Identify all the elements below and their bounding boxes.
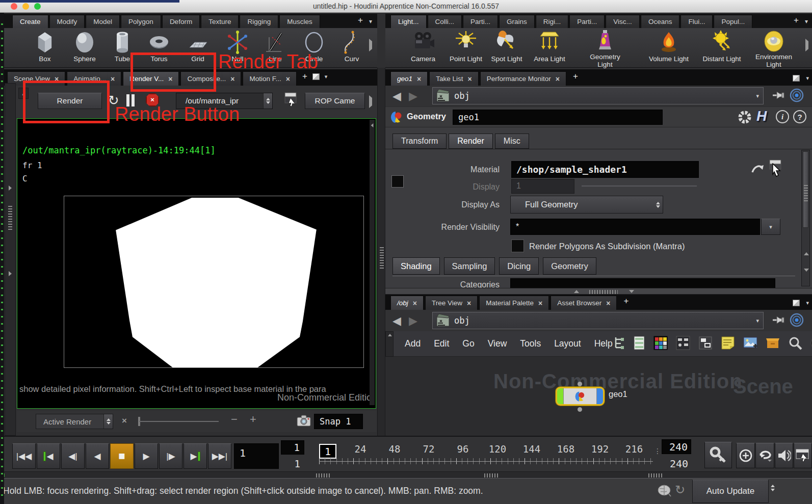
new-tab-icon[interactable]: +	[302, 71, 307, 82]
display-slider-track[interactable]	[582, 185, 697, 187]
tab-material-palette[interactable]: Material Palette×	[479, 296, 549, 310]
tab-compositing[interactable]: Composite...×	[180, 71, 241, 86]
play-reverse-button[interactable]: ◀	[86, 443, 109, 469]
shelf-tab-lights[interactable]: Light...	[390, 15, 427, 28]
global-animation-options-button[interactable]	[736, 443, 755, 468]
display-field[interactable]: 1	[511, 179, 574, 194]
subtab-dicing[interactable]: Dicing	[499, 257, 539, 275]
close-icon[interactable]: ×	[286, 75, 290, 83]
node-render-flag[interactable]	[596, 388, 603, 404]
divider-grip[interactable]	[380, 247, 384, 270]
pin-icon[interactable]	[772, 89, 785, 103]
range-start-top-field[interactable]: 1	[281, 440, 304, 455]
material-field[interactable]: /shop/sample_shader1	[511, 161, 699, 178]
back-icon[interactable]: ◀	[392, 314, 401, 328]
tool-volume-light[interactable]: Volume Light	[644, 30, 693, 63]
audio-button[interactable]	[775, 443, 793, 468]
toolbar-overflow-icon[interactable]	[369, 98, 372, 105]
tab-obj-network[interactable]: /obj×	[390, 296, 424, 310]
delete-render-icon[interactable]: ×	[122, 416, 127, 426]
close-icon[interactable]: ×	[413, 299, 417, 307]
node-input-dot[interactable]	[578, 382, 582, 386]
shelf-tab-particlefluids[interactable]: Parti...	[569, 15, 605, 28]
tool-null[interactable]: Null	[216, 30, 259, 63]
shelf-overflow-icon[interactable]	[369, 41, 372, 49]
close-icon[interactable]: ×	[168, 75, 172, 83]
tool-area-light[interactable]: Area Light	[528, 30, 571, 63]
shelf-tab-texture[interactable]: Texture	[201, 15, 239, 28]
hscroll-grip[interactable]	[484, 473, 500, 478]
current-frame-field[interactable]: 1	[234, 443, 279, 469]
gear-icon[interactable]	[737, 110, 752, 126]
shelf-tab-create[interactable]: Create	[12, 15, 48, 28]
background-image-icon[interactable]	[743, 336, 757, 352]
color-palette-icon[interactable]	[653, 336, 668, 352]
display-as-dropdown[interactable]: Full Geometry	[510, 196, 663, 214]
viewport-scrollbar[interactable]	[370, 120, 375, 405]
params-scrollbar[interactable]	[801, 150, 810, 286]
param-tab-misc[interactable]: Misc	[495, 134, 529, 149]
close-icon[interactable]: ×	[606, 299, 610, 307]
hscroll-grip[interactable]	[648, 473, 664, 478]
tool-grid[interactable]: Grid	[176, 30, 219, 63]
bundle-box-icon[interactable]	[766, 336, 780, 352]
shelf-tab-grains[interactable]: Grains	[499, 15, 535, 28]
tool-environment-light[interactable]: Environmen Light	[750, 30, 797, 68]
shelf-tab-collisions[interactable]: Colli...	[428, 15, 462, 28]
categories-field[interactable]	[510, 278, 775, 288]
go-start-button[interactable]: |◀◀	[12, 443, 36, 469]
shelf-tab-oceans[interactable]: Oceans	[641, 15, 680, 28]
scroll-up-icon[interactable]	[804, 252, 809, 255]
pane-divider[interactable]	[377, 68, 385, 436]
shelf-tab-populate[interactable]: Popul...	[714, 15, 752, 28]
rop-spinner[interactable]	[263, 93, 272, 109]
range-end-bottom-field[interactable]: 240	[662, 456, 691, 471]
pane-menu-icon[interactable]: ▾	[806, 300, 809, 306]
tool-circle[interactable]: Circle	[293, 30, 335, 63]
node-display-flag[interactable]	[557, 388, 564, 404]
render-viewport[interactable]: /out/mantra_ipr(raytrace)-14:19:44[1] fr…	[17, 118, 376, 409]
prev-keyframe-button[interactable]: ◀	[37, 443, 60, 469]
go-end-button[interactable]: ▶▶|	[208, 443, 231, 469]
splitter-grip[interactable]	[589, 290, 618, 294]
shelf-tab-fluids[interactable]: Flui...	[680, 15, 713, 28]
pane-menu-icon[interactable]: ▾	[806, 75, 809, 82]
scroll-arrow-icon[interactable]	[371, 123, 374, 127]
shelf-tab-viscous[interactable]: Visc...	[606, 15, 640, 28]
tab-geo1-params[interactable]: geo1×	[390, 71, 428, 86]
tool-torus[interactable]: Torus	[138, 30, 180, 63]
tab-asset-browser[interactable]: Asset Browser×	[551, 296, 617, 310]
tool-point-light[interactable]: Point Light	[444, 30, 487, 63]
zoom-in-icon[interactable]: +	[250, 413, 256, 426]
path-dropdown-icon[interactable]: ▾	[756, 317, 759, 324]
close-icon[interactable]: ×	[556, 75, 560, 83]
playhead-marker[interactable]: 1	[319, 444, 336, 459]
tool-geometry-light[interactable]: Geometry Light	[582, 30, 628, 68]
forward-icon[interactable]: ▶	[409, 90, 417, 103]
tab-scene-view[interactable]: Scene View×	[7, 71, 65, 86]
tab-take-list[interactable]: Take List×	[429, 71, 478, 86]
shelf-tab-deform[interactable]: Deform	[162, 15, 200, 28]
search-icon[interactable]	[788, 336, 802, 352]
zoom-out-icon[interactable]: −	[231, 413, 238, 426]
network-path-field[interactable]: obj ▾	[432, 312, 764, 329]
shelf-tab-modify[interactable]: Modify	[49, 15, 85, 28]
pin-icon[interactable]	[772, 313, 785, 328]
close-icon[interactable]: ×	[538, 299, 542, 307]
subtab-shading[interactable]: Shading	[392, 257, 440, 275]
node-output-dot[interactable]	[578, 407, 582, 412]
pane-maximize-icon[interactable]	[793, 75, 800, 82]
menu-edit[interactable]: Edit	[434, 338, 449, 349]
rop-camera-button[interactable]: ROP Came	[305, 93, 365, 109]
gamma-slider-track[interactable]	[139, 421, 219, 422]
close-icon[interactable]: ×	[467, 299, 471, 307]
playbar-options-button[interactable]	[794, 443, 812, 468]
auto-update-spinner[interactable]	[771, 485, 775, 491]
play-button[interactable]: ▶	[135, 443, 158, 469]
sync-icon[interactable]: ↻	[675, 483, 685, 497]
pane-left-scrollbar[interactable]	[5, 83, 16, 436]
snapshot-name-field[interactable]: Snap 1	[314, 414, 363, 429]
path-field[interactable]: obj ▾	[432, 87, 764, 104]
pane-maximize-icon[interactable]	[793, 300, 800, 306]
scrollbar-grip[interactable]	[8, 206, 12, 230]
